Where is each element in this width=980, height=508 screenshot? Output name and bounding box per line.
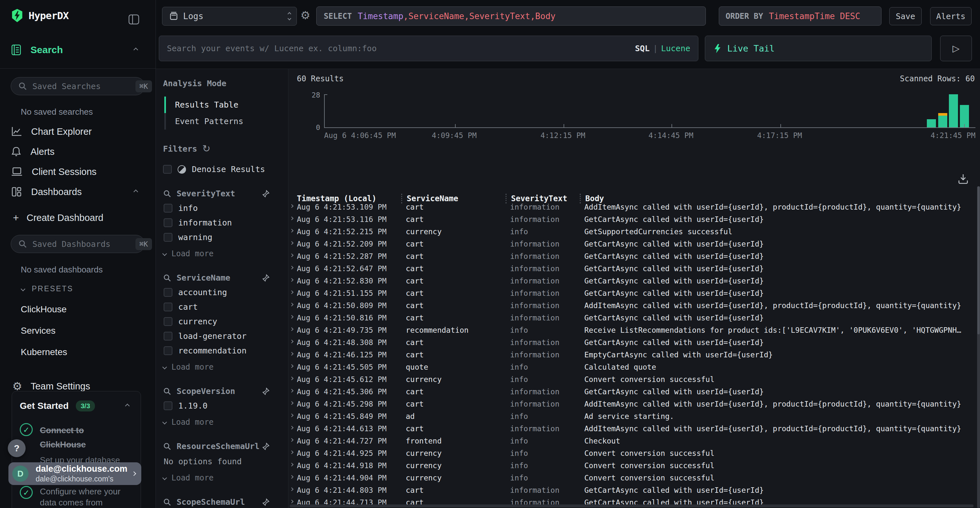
row-expand-icon[interactable]: [290, 266, 293, 269]
denoise-results-checkbox[interactable]: Denoise Results: [163, 165, 282, 174]
download-icon[interactable]: [957, 173, 969, 184]
search-icon[interactable]: [163, 274, 172, 282]
table-row[interactable]: Aug 6 4:21:45.612 PM currency info Conve…: [288, 373, 975, 386]
chevron-up-icon[interactable]: [134, 189, 138, 194]
row-expand-icon[interactable]: [290, 253, 293, 257]
table-row[interactable]: Aug 6 4:21:51.155 PM cart information Ge…: [288, 287, 975, 299]
table-row[interactable]: Aug 6 4:21:44.613 PM cart information Ad…: [288, 422, 975, 435]
checkbox[interactable]: [164, 332, 172, 340]
help-button[interactable]: ?: [8, 439, 25, 457]
pin-icon[interactable]: [261, 274, 270, 282]
horizontal-scrollbar[interactable]: [290, 505, 974, 507]
table-row[interactable]: Aug 6 4:21:44.904 PM currency info Conve…: [288, 472, 975, 484]
filter-option[interactable]: currency: [163, 317, 282, 326]
sidebar-item-chart-explorer[interactable]: Chart Explorer: [0, 122, 156, 141]
row-expand-icon[interactable]: [290, 450, 293, 454]
table-row[interactable]: Aug 6 4:21:44.727 PM frontend info Check…: [288, 435, 975, 447]
event-search-box[interactable]: SQL|Lucene: [159, 36, 698, 61]
filter-option[interactable]: info: [163, 203, 282, 213]
row-expand-icon[interactable]: [290, 278, 293, 281]
histogram-bar[interactable]: [927, 119, 936, 128]
saved-searches-input[interactable]: [32, 82, 135, 91]
row-expand-icon[interactable]: [290, 376, 293, 380]
load-more-button[interactable]: Load more: [163, 249, 282, 258]
row-expand-icon[interactable]: [290, 413, 293, 417]
row-expand-icon[interactable]: [290, 389, 293, 392]
checkbox[interactable]: [164, 303, 172, 311]
table-row[interactable]: Aug 6 4:21:52.209 PM cart information Ge…: [288, 238, 975, 250]
saved-dashboards-search[interactable]: ⌘K: [11, 235, 145, 253]
filter-option[interactable]: 1.19.0: [163, 401, 282, 411]
sidebar-item-client-sessions[interactable]: Client Sessions: [0, 162, 156, 182]
checkbox[interactable]: [164, 346, 172, 355]
table-row[interactable]: Aug 6 4:21:45.306 PM cart information Ge…: [288, 386, 975, 398]
row-expand-icon[interactable]: [290, 204, 293, 208]
source-select[interactable]: Logs: [162, 7, 297, 25]
pin-icon[interactable]: [261, 189, 270, 198]
checkbox[interactable]: [164, 233, 172, 242]
sidebar-item-team-settings[interactable]: ⚙ Team Settings: [0, 381, 156, 392]
preset-dashboard-link[interactable]: Kubernetes: [21, 347, 156, 357]
row-expand-icon[interactable]: [290, 315, 293, 319]
row-expand-icon[interactable]: [290, 475, 293, 478]
row-expand-icon[interactable]: [290, 500, 293, 503]
filter-option[interactable]: accounting: [163, 288, 282, 297]
search-icon[interactable]: [163, 498, 172, 506]
histogram-bar[interactable]: [938, 113, 947, 127]
vertical-scrollbar[interactable]: [977, 186, 980, 508]
checkbox[interactable]: [164, 218, 172, 227]
saved-dashboards-input[interactable]: [32, 240, 135, 249]
load-more-button[interactable]: Load more: [163, 473, 282, 483]
event-search-input[interactable]: [167, 44, 635, 53]
filter-option[interactable]: warning: [163, 233, 282, 242]
sidebar-item-dashboards[interactable]: Dashboards: [0, 182, 156, 202]
sidebar-item-search[interactable]: Search: [0, 31, 156, 69]
table-row[interactable]: Aug 6 4:21:52.215 PM currency info GetSu…: [288, 225, 975, 238]
table-row[interactable]: Aug 6 4:21:44.803 PM cart information Ge…: [288, 484, 975, 496]
chevron-up-icon[interactable]: [134, 47, 138, 52]
collapse-sidebar-icon[interactable]: [128, 14, 139, 25]
pin-icon[interactable]: [261, 387, 270, 395]
save-button[interactable]: Save: [889, 7, 922, 25]
row-expand-icon[interactable]: [290, 241, 293, 244]
table-row[interactable]: Aug 6 4:21:46.125 PM cart information Em…: [288, 349, 975, 361]
user-chip[interactable]: D dale@clickhouse.com dale@clickhouse.co…: [8, 462, 141, 485]
table-row[interactable]: Aug 6 4:21:45.298 PM cart information Ad…: [288, 398, 975, 410]
table-row[interactable]: Aug 6 4:21:45.505 PM quote info Calculat…: [288, 361, 975, 373]
pin-icon[interactable]: [261, 498, 270, 506]
filter-option[interactable]: recommendation: [163, 346, 282, 356]
row-expand-icon[interactable]: [290, 426, 293, 429]
table-row[interactable]: Aug 6 4:21:50.809 PM cart information Ad…: [288, 299, 975, 312]
alerts-button[interactable]: Alerts: [930, 7, 972, 25]
live-tail-button[interactable]: Live Tail: [705, 36, 932, 61]
chevron-up-icon[interactable]: [125, 404, 130, 408]
search-icon[interactable]: [163, 387, 172, 395]
results-histogram[interactable]: [324, 94, 975, 128]
checkbox[interactable]: [163, 165, 172, 174]
checkbox[interactable]: [164, 204, 172, 213]
lang-toggle-sql[interactable]: SQL: [635, 44, 649, 53]
table-row[interactable]: Aug 6 4:21:48.308 PM cart information Ge…: [288, 336, 975, 349]
source-settings-gear-icon[interactable]: ⚙: [301, 10, 310, 21]
row-expand-icon[interactable]: [290, 290, 293, 294]
get-started-step-configure[interactable]: ✓ Configure where your data comes from: [20, 486, 133, 508]
filter-option[interactable]: load-generator: [163, 332, 282, 341]
search-icon[interactable]: [163, 189, 172, 198]
load-more-button[interactable]: Load more: [163, 418, 282, 427]
load-more-button[interactable]: Load more: [163, 362, 282, 371]
table-row[interactable]: Aug 6 4:21:53.109 PM cart information Ad…: [288, 201, 975, 213]
preset-dashboard-link[interactable]: Services: [21, 325, 156, 336]
create-dashboard-button[interactable]: + Create Dashboard: [0, 209, 156, 227]
tab-event-patterns[interactable]: Event Patterns: [166, 113, 282, 130]
histogram-bar[interactable]: [949, 94, 958, 127]
table-row[interactable]: Aug 6 4:21:44.918 PM currency info Conve…: [288, 459, 975, 472]
row-expand-icon[interactable]: [290, 327, 293, 331]
table-row[interactable]: Aug 6 4:21:44.925 PM currency info Conve…: [288, 447, 975, 459]
filter-option[interactable]: cart: [163, 302, 282, 312]
row-expand-icon[interactable]: [290, 340, 293, 343]
table-row[interactable]: Aug 6 4:21:50.816 PM cart information Ge…: [288, 312, 975, 324]
row-expand-icon[interactable]: [290, 352, 293, 356]
table-row[interactable]: Aug 6 4:21:52.287 PM cart information Ge…: [288, 250, 975, 262]
row-expand-icon[interactable]: [290, 438, 293, 441]
pin-icon[interactable]: [261, 442, 270, 451]
